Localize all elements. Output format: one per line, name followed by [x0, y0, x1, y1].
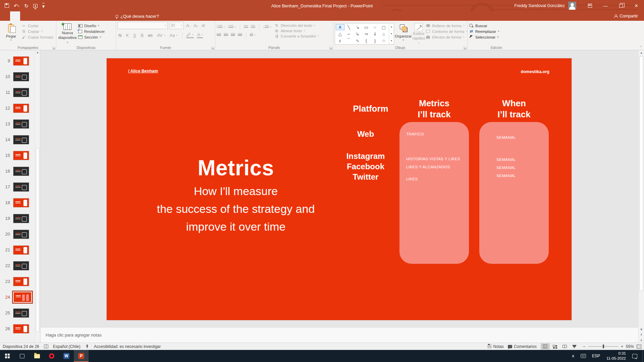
ribbon-tab[interactable] [50, 11, 60, 21]
slide-thumbnail-image[interactable] [13, 119, 29, 129]
shape-1-3[interactable]: ⇒ [362, 31, 371, 37]
thumbnail-scroll-thumb[interactable] [36, 148, 39, 332]
slide-thumbnail-image[interactable] [13, 72, 29, 81]
zoom-slider[interactable] [588, 346, 618, 347]
redo-icon[interactable]: ↻ [24, 3, 29, 8]
columns-button[interactable]: ˅ [250, 33, 256, 37]
customize-qat-icon[interactable]: ▾ [42, 3, 45, 9]
align-center-button[interactable] [224, 33, 228, 37]
next-slide-icon[interactable]: ↡ [640, 339, 643, 342]
slide-thumbnail-image[interactable] [13, 104, 29, 113]
strikethrough-button[interactable]: ab [147, 33, 153, 38]
layout-button[interactable]: Diseño ˅ [78, 23, 105, 28]
task-view-button[interactable] [15, 350, 30, 362]
character-spacing-button[interactable]: AV ˅ [156, 33, 166, 38]
slide-thumbnail-image[interactable] [13, 214, 29, 223]
slide-thumbnail-image[interactable] [13, 261, 29, 270]
slide-title[interactable]: Metrics [107, 156, 365, 180]
editor-scrollbar[interactable]: ▲ ▼ ↟ ↡ [638, 50, 644, 343]
slide-thumbnail-image[interactable] [13, 135, 29, 144]
ribbon-display-options-icon[interactable] [582, 0, 598, 11]
accessibility-status[interactable]: Accesibilidad: es necesario investigar [94, 344, 161, 349]
shape-0-0[interactable]: A [336, 24, 344, 30]
fit-to-window-icon[interactable] [637, 345, 641, 349]
justify-button[interactable] [238, 33, 242, 37]
ribbon-tab[interactable] [30, 11, 40, 21]
font-dialog-launcher[interactable] [212, 47, 214, 49]
accessibility-icon[interactable] [85, 345, 89, 349]
slide-thumbnail-image[interactable] [13, 167, 29, 176]
metrics-box[interactable]: TRAFICOHISTORIAS VISTAS Y LIKESLIKES Y A… [399, 122, 469, 264]
bullets-button[interactable]: ˅ [217, 25, 225, 29]
new-slide-button[interactable]: Nueva diapositiva ˅ [58, 22, 77, 45]
language-indicator[interactable]: Español (Chile) [53, 344, 80, 349]
shapes-scrollbar[interactable]: ▲ ▼ ▼ [389, 23, 394, 44]
shape-fill-button[interactable]: Relleno de forma ˅ [426, 23, 468, 28]
slide-thumbnail[interactable]: 18 [0, 195, 40, 210]
file-explorer-button[interactable] [30, 350, 44, 362]
ribbon-tab[interactable] [70, 11, 80, 21]
start-slideshow-icon[interactable] [33, 3, 38, 8]
ribbon-tab[interactable] [101, 11, 111, 21]
platform-list[interactable]: WebInstagramFacebookTwitter [335, 58, 396, 320]
text-direction-button[interactable]: ⇅Dirección del texto ˅ [274, 23, 319, 27]
shape-1-5[interactable]: ⌂ [379, 31, 388, 37]
quick-styles-button[interactable]: Estilos rápidos ˅ [413, 22, 425, 45]
close-icon[interactable]: × [629, 0, 644, 11]
shape-2-4[interactable]: } [371, 38, 379, 44]
shrink-font-button[interactable]: A˅ [193, 23, 199, 28]
numbering-button[interactable]: ˅ [228, 25, 236, 29]
find-button[interactable]: Buscar [469, 23, 499, 28]
slide-thumbnail-image[interactable] [13, 198, 29, 207]
share-button[interactable]: Compartir [608, 11, 644, 21]
slide-thumbnail-image[interactable] [13, 56, 29, 66]
slide-thumbnail[interactable]: 16 [0, 163, 40, 179]
ribbon-tab[interactable] [20, 11, 30, 21]
previous-slide-icon[interactable]: ↟ [640, 333, 643, 337]
shape-0-1[interactable]: ╲ [344, 24, 353, 30]
italic-button[interactable]: K [125, 33, 130, 38]
comments-toggle[interactable]: Comentarios [508, 344, 537, 349]
powerpoint-button[interactable]: P [74, 350, 89, 362]
when-box[interactable]: SEMANALSEMANALSEMANALSEMANAL [479, 122, 549, 264]
slide-thumbnail-image[interactable] [13, 182, 29, 192]
decrease-indent-button[interactable] [244, 25, 248, 29]
clock[interactable]: 0:31 11-05-2022 [603, 351, 629, 361]
increase-indent-button[interactable] [251, 25, 255, 29]
ribbon-tab[interactable] [40, 11, 50, 21]
reading-view-button[interactable] [560, 343, 569, 350]
cut-button[interactable]: ✂Cortar [21, 23, 53, 28]
slide-thumbnail[interactable]: 12 [0, 100, 40, 116]
shape-2-0[interactable]: ε [336, 38, 344, 44]
slide-thumbnail-image[interactable] [13, 324, 29, 334]
underline-button[interactable]: S [132, 33, 137, 38]
slide-thumbnail[interactable]: 19 [0, 210, 40, 226]
change-case-button[interactable]: Aa ˅ [169, 33, 179, 38]
zoom-out-button[interactable]: − [583, 344, 585, 349]
shape-1-2[interactable]: ↳ [353, 31, 362, 37]
drawing-dialog-launcher[interactable] [464, 47, 467, 49]
ribbon-tab[interactable] [80, 11, 91, 21]
section-button[interactable]: Sección ˅ [78, 35, 105, 39]
slide-thumbnail[interactable]: 26 [0, 321, 40, 337]
slide-thumbnail[interactable]: 22 [0, 258, 40, 274]
touch-keyboard-button[interactable] [578, 350, 589, 362]
align-left-button[interactable] [217, 33, 221, 37]
slide-thumbnail-image[interactable] [13, 308, 29, 318]
user-avatar[interactable] [568, 2, 576, 10]
slide-thumbnail-image[interactable] [13, 292, 32, 303]
slide-thumbnail[interactable]: 20 [0, 226, 40, 242]
clipboard-dialog-launcher[interactable] [53, 47, 55, 49]
scroll-down-icon[interactable]: ▼ [640, 328, 643, 331]
language-switcher[interactable]: ESP [589, 350, 603, 362]
slide-thumbnail[interactable]: 24 [0, 289, 40, 305]
notes-pane[interactable]: Haga clic para agregar notas [41, 327, 638, 343]
shape-2-3[interactable]: { [362, 38, 371, 44]
ribbon-tab[interactable] [91, 11, 101, 21]
tell-me-box[interactable]: ¿Qué desea hacer? [111, 11, 164, 21]
slide-counter[interactable]: Diapositiva 24 de 26 [3, 344, 39, 349]
shape-effects-button[interactable]: Efectos de forma ˅ [426, 35, 468, 39]
shape-1-1[interactable]: ⌐ [344, 31, 353, 37]
restore-icon[interactable] [613, 0, 629, 11]
font-name-combo[interactable]: ˅ [117, 22, 168, 29]
